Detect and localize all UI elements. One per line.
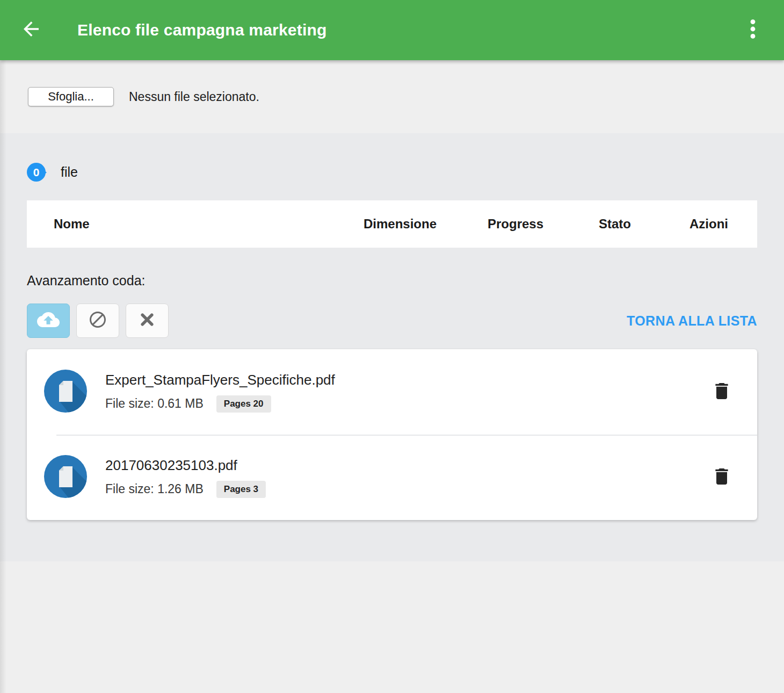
column-header-dimensione: Dimensione (338, 216, 462, 232)
queue-controls: TORNA ALLA LISTA (27, 304, 757, 338)
file-name: Expert_StampaFlyers_Specifiche.pdf (105, 372, 335, 388)
browse-file-button[interactable]: Sfoglia... (28, 87, 114, 106)
pages-badge: Pages 3 (216, 481, 266, 498)
file-count-value: 0 (33, 166, 40, 179)
file-count-row: 0 file (27, 133, 757, 182)
document-file-icon (44, 455, 87, 500)
trash-icon (711, 466, 732, 489)
files-table-header: Nome Dimensione Progress Stato Azioni (27, 200, 757, 248)
app-header: Elenco file campagna marketing (0, 0, 784, 60)
pages-badge: Pages 20 (216, 395, 271, 413)
column-header-stato: Stato (569, 216, 660, 232)
file-list: Expert_StampaFlyers_Specifiche.pdf File … (27, 349, 757, 520)
cloud-upload-icon (37, 308, 60, 333)
main-panel: 0 file Nome Dimensione Progress Stato Az… (0, 133, 784, 561)
arrow-left-icon (20, 18, 42, 42)
file-name: 20170630235103.pdf (105, 457, 266, 474)
file-picker-section: Sfoglia... Nessun file selezionato. (0, 60, 784, 133)
file-meta: File size: 1.26 MB Pages 3 (105, 481, 266, 498)
column-header-azioni: Azioni (660, 216, 757, 232)
trash-icon (711, 380, 732, 404)
delete-file-button[interactable] (709, 379, 735, 405)
delete-file-button[interactable] (709, 465, 735, 490)
remove-all-button[interactable] (126, 304, 169, 338)
file-size: File size: 1.26 MB (105, 482, 204, 496)
file-meta: File size: 0.61 MB Pages 20 (105, 395, 335, 413)
column-header-nome: Nome (27, 216, 338, 232)
file-count-label: file (61, 164, 78, 180)
back-button[interactable] (14, 13, 48, 47)
file-info: Expert_StampaFlyers_Specifiche.pdf File … (105, 372, 335, 413)
queue-progress-label: Avanzamento coda: (27, 273, 757, 288)
browse-button-label: Sfoglia... (48, 90, 94, 104)
file-count-badge: 0 (27, 163, 46, 182)
file-selected-status: Nessun file selezionato. (129, 90, 259, 104)
cancel-all-button[interactable] (76, 304, 119, 338)
ban-icon (88, 310, 107, 331)
file-info: 20170630235103.pdf File size: 1.26 MB Pa… (105, 457, 266, 498)
page-title: Elenco file campagna marketing (77, 21, 326, 39)
close-icon (139, 312, 155, 330)
file-row: 20170630235103.pdf File size: 1.26 MB Pa… (27, 435, 757, 520)
kebab-menu-icon (741, 17, 765, 44)
column-header-progress: Progress (462, 216, 569, 232)
overflow-menu-button[interactable] (738, 13, 768, 47)
back-to-list-link[interactable]: TORNA ALLA LISTA (627, 313, 757, 329)
file-size: File size: 0.61 MB (105, 396, 204, 411)
document-file-icon (44, 370, 87, 415)
upload-all-button[interactable] (27, 304, 70, 338)
file-row: Expert_StampaFlyers_Specifiche.pdf File … (27, 349, 757, 435)
